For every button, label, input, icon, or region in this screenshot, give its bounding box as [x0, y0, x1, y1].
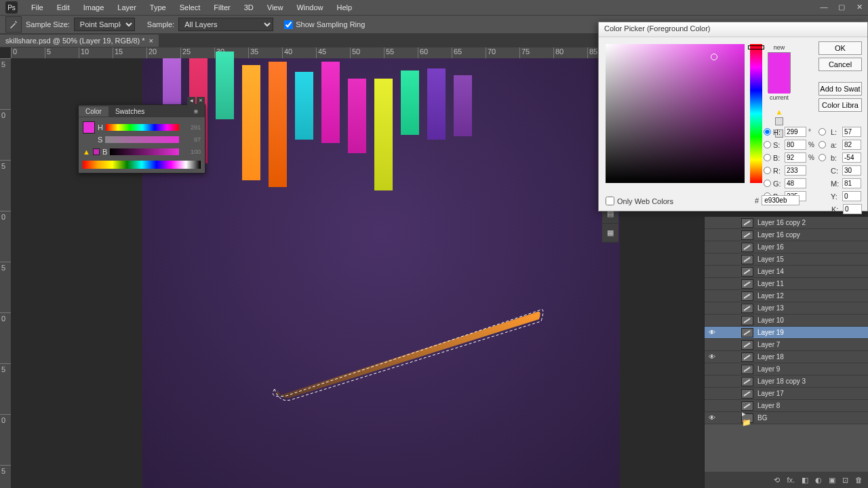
layer-row[interactable]: Layer 12 — [705, 290, 868, 302]
r-radio[interactable] — [764, 167, 771, 174]
visibility-toggle-icon[interactable] — [707, 377, 717, 386]
eyedropper-tool-icon[interactable] — [5, 16, 22, 33]
layer-row[interactable]: Layer 17 — [705, 388, 868, 400]
s-input[interactable] — [785, 140, 806, 150]
layer-row[interactable]: 👁Layer 19 — [705, 327, 868, 339]
show-ring-check[interactable] — [284, 20, 293, 29]
visibility-toggle-icon[interactable] — [707, 279, 717, 289]
layer-row[interactable]: 👁Layer 18 — [705, 351, 868, 363]
visibility-toggle-icon[interactable] — [707, 255, 717, 264]
visibility-toggle-icon[interactable] — [707, 316, 717, 325]
menu-layer[interactable]: Layer — [111, 1, 143, 14]
color-tab[interactable]: Color — [79, 106, 108, 117]
h-input[interactable] — [785, 127, 806, 137]
r-input[interactable] — [785, 165, 806, 176]
minimize-button[interactable]: — — [815, 0, 833, 14]
current-color-swatch[interactable] — [768, 73, 790, 94]
hue-strip[interactable] — [750, 44, 762, 183]
tab-close-icon[interactable]: × — [149, 37, 153, 45]
canvas[interactable] — [142, 58, 620, 488]
y-input[interactable] — [842, 191, 861, 201]
color-field-cursor[interactable] — [711, 54, 717, 60]
layer-row[interactable]: Layer 9 — [705, 363, 868, 375]
c-input[interactable] — [842, 165, 861, 176]
show-sampling-ring-checkbox[interactable]: Show Sampling Ring — [284, 20, 365, 29]
visibility-toggle-icon[interactable] — [707, 243, 717, 252]
l-input[interactable] — [842, 127, 861, 137]
s-radio[interactable] — [764, 141, 771, 148]
only-web-colors-checkbox[interactable]: Only Web Colors — [606, 197, 673, 205]
picker-gamut-swatch[interactable] — [775, 117, 783, 125]
adjustment-icon[interactable]: ◐ — [815, 476, 822, 485]
menu-edit[interactable]: Edit — [50, 1, 77, 14]
layers-list[interactable]: Layer 16 copy 2Layer 16 copyLayer 16Laye… — [705, 217, 868, 468]
menu-view[interactable]: View — [260, 1, 290, 14]
menu-file[interactable]: File — [24, 1, 50, 14]
layer-row[interactable]: Layer 16 copy 2 — [705, 217, 868, 229]
link-layers-icon[interactable]: ⟲ — [774, 476, 780, 485]
layer-row[interactable]: 👁▸📁BG — [705, 412, 868, 424]
color-panel-collapse-icon[interactable]: ◂ — [187, 97, 195, 105]
m-input[interactable] — [842, 178, 861, 188]
hue-slider[interactable] — [106, 124, 179, 131]
document-tab[interactable]: skillshare.psd @ 50% (Layer 19, RGB/8) *… — [0, 35, 159, 47]
swatches-tab[interactable]: Swatches — [108, 106, 151, 117]
menu-3d[interactable]: 3D — [237, 1, 260, 14]
layer-row[interactable]: Layer 16 copy — [705, 229, 868, 241]
menu-filter[interactable]: Filter — [207, 1, 237, 14]
visibility-toggle-icon[interactable]: 👁 — [707, 413, 717, 423]
add-swatch-button[interactable]: Add to Swat — [818, 82, 862, 96]
b2-input[interactable] — [842, 152, 861, 163]
layer-row[interactable]: Layer 15 — [705, 253, 868, 266]
l-radio[interactable] — [818, 128, 826, 136]
new-layer-icon[interactable]: ⊡ — [842, 476, 848, 485]
fx-icon[interactable]: fx. — [787, 476, 795, 484]
tool-para2-icon[interactable]: ▦ — [602, 224, 618, 243]
gamut-warning-icon[interactable]: ▲ — [83, 148, 90, 156]
bv-input[interactable] — [785, 152, 806, 163]
menu-select[interactable]: Select — [173, 1, 208, 14]
layer-row[interactable]: Layer 16 — [705, 241, 868, 253]
picker-gamut-warning-icon[interactable]: ▲ — [776, 108, 783, 116]
trash-icon[interactable]: 🗑 — [855, 476, 863, 484]
k-input[interactable] — [843, 204, 862, 214]
h-radio[interactable] — [764, 128, 771, 136]
menu-type[interactable]: Type — [143, 1, 173, 14]
a-input[interactable] — [842, 140, 861, 150]
visibility-toggle-icon[interactable] — [707, 218, 717, 228]
sat-slider[interactable] — [105, 136, 179, 143]
visibility-toggle-icon[interactable] — [707, 401, 717, 411]
close-button[interactable]: ✕ — [850, 0, 868, 14]
color-panel-close-icon[interactable]: × — [197, 97, 205, 105]
a-radio[interactable] — [818, 141, 826, 148]
layer-row[interactable]: Layer 10 — [705, 314, 868, 327]
bv-radio[interactable] — [764, 154, 771, 161]
maximize-button[interactable]: ▢ — [833, 0, 850, 14]
sample-size-select[interactable]: Point Sample — [74, 18, 135, 31]
menu-window[interactable]: Window — [290, 1, 330, 14]
visibility-toggle-icon[interactable] — [707, 291, 717, 301]
menu-image[interactable]: Image — [77, 1, 111, 14]
mask-icon[interactable]: ◧ — [802, 476, 808, 485]
visibility-toggle-icon[interactable] — [707, 304, 717, 313]
layer-row[interactable]: Layer 8 — [705, 400, 868, 412]
g-input[interactable] — [785, 178, 806, 188]
b2-radio[interactable] — [818, 154, 826, 161]
ok-button[interactable]: OK — [818, 41, 862, 55]
hue-strip-cursor[interactable] — [748, 45, 764, 49]
group-icon[interactable]: ▣ — [829, 476, 835, 485]
color-field[interactable] — [606, 44, 745, 183]
visibility-toggle-icon[interactable]: 👁 — [707, 352, 717, 362]
layer-row[interactable]: Layer 11 — [705, 278, 868, 290]
webonly-check[interactable] — [606, 197, 614, 205]
layer-row[interactable]: Layer 14 — [705, 266, 868, 278]
layer-row[interactable]: Layer 18 copy 3 — [705, 375, 868, 388]
visibility-toggle-icon[interactable] — [707, 230, 717, 240]
hex-input[interactable] — [762, 195, 800, 205]
visibility-toggle-icon[interactable] — [707, 389, 717, 399]
foreground-swatch[interactable] — [83, 121, 95, 134]
menu-help[interactable]: Help — [330, 1, 359, 14]
visibility-toggle-icon[interactable] — [707, 340, 717, 350]
visibility-toggle-icon[interactable]: 👁 — [707, 328, 717, 338]
cancel-button[interactable]: Cancel — [818, 58, 862, 71]
